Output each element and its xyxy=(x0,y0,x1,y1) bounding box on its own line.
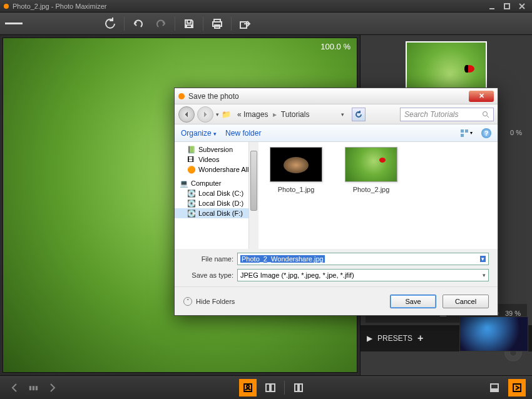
folder-icon: 📁 xyxy=(222,110,231,119)
tree-disk-d[interactable]: 💽Local Disk (D:) xyxy=(175,198,258,208)
svg-line-22 xyxy=(487,116,489,118)
tree-disk-c[interactable]: 💽Local Disk (C:) xyxy=(175,188,258,198)
dropdown-icon[interactable]: ▾ xyxy=(483,272,486,278)
separator xyxy=(231,17,232,31)
hide-folders-toggle[interactable]: ˄ Hide Folders xyxy=(183,297,235,306)
breadcrumb-tutorials[interactable]: Tutorials xyxy=(281,110,310,119)
saveas-select[interactable]: JPEG Image (*.jpg, *.jpeg, *.jpe, *.jfif… xyxy=(237,269,489,281)
disk-icon: 💽 xyxy=(187,210,196,217)
svg-rect-19 xyxy=(492,389,497,391)
zoom-readout: 100.0 % xyxy=(320,42,350,51)
separator xyxy=(284,381,285,395)
close-button[interactable] xyxy=(516,2,528,11)
dialog-nav-bar: ▾ 📁 « Images ▸ Tutorials ▾ Search Tutori… xyxy=(175,104,498,124)
title-bar: Photo_2.jpg - Photo Maximizer xyxy=(0,0,532,13)
folder-icon: 📗 xyxy=(187,146,196,153)
tree-disk-f[interactable]: 💽Local Disk (F:) xyxy=(175,208,258,218)
videos-icon: 🎞 xyxy=(187,156,196,163)
cancel-button[interactable]: Cancel xyxy=(442,295,489,308)
tree-subversion[interactable]: 📗Subversion xyxy=(175,144,258,154)
print-icon[interactable] xyxy=(208,15,226,33)
view-mode-a-button[interactable] xyxy=(486,379,503,396)
dropdown-icon[interactable]: ▾ xyxy=(480,256,486,262)
tree-computer[interactable]: 💻Computer xyxy=(175,178,258,188)
dialog-toolbar: Organize ▾ New folder ▾ ? xyxy=(175,124,498,142)
preset-preview[interactable] xyxy=(459,316,528,351)
svg-point-21 xyxy=(483,111,488,116)
breadcrumb-root[interactable]: « xyxy=(237,110,242,119)
new-folder-button[interactable]: New folder xyxy=(225,129,261,138)
maximize-button[interactable] xyxy=(501,2,513,11)
scrollbar-thumb[interactable] xyxy=(250,151,257,211)
export-icon[interactable] xyxy=(237,15,254,33)
chevron-right-icon: ▶ xyxy=(367,334,372,343)
separator xyxy=(175,17,175,31)
menu-button[interactable] xyxy=(5,15,23,33)
fit-button[interactable] xyxy=(290,379,307,396)
bottom-toolbar: ▮▮▮ xyxy=(0,375,532,399)
window-title: Photo_2.jpg - Photo Maximizer xyxy=(13,3,106,10)
minimize-button[interactable] xyxy=(486,2,498,11)
dialog-button-row: ˄ Hide Folders Save Cancel xyxy=(175,286,498,315)
compare-mode-button[interactable] xyxy=(262,379,279,396)
file-photo-2[interactable]: Photo_2.jpg xyxy=(341,147,401,193)
tree-scrollbar[interactable] xyxy=(248,142,258,249)
main-toolbar xyxy=(0,13,532,35)
svg-rect-9 xyxy=(240,22,247,28)
search-input[interactable]: Search Tutorials xyxy=(400,108,494,121)
svg-rect-15 xyxy=(271,384,275,391)
breadcrumb[interactable]: « Images ▸ Tutorials xyxy=(237,110,309,119)
svg-rect-16 xyxy=(295,384,298,391)
tree-wondershare[interactable]: 🟠Wondershare AllMy xyxy=(175,164,258,174)
separator xyxy=(203,17,203,31)
svg-point-13 xyxy=(247,385,249,388)
dialog-fields: File name: Photo_2_Wondershare.jpg▾ Save… xyxy=(175,249,498,286)
collapse-icon: ˄ xyxy=(183,297,192,306)
tree-videos[interactable]: 🎞Videos xyxy=(175,154,258,164)
svg-rect-23 xyxy=(461,129,464,133)
undo-icon[interactable] xyxy=(130,15,147,33)
folder-tree[interactable]: 📗Subversion 🎞Videos 🟠Wondershare AllMy 💻… xyxy=(175,142,258,221)
saveas-label: Save as type: xyxy=(183,271,233,279)
file-thumbnail xyxy=(270,147,322,182)
redo-icon[interactable] xyxy=(152,15,170,33)
dialog-title: Save the photo xyxy=(188,92,239,101)
plus-icon[interactable]: + xyxy=(417,333,423,344)
view-options-button[interactable]: ▾ xyxy=(460,128,473,139)
prev-image-button[interactable] xyxy=(6,379,24,396)
filename-input[interactable]: Photo_2_Wondershare.jpg▾ xyxy=(237,253,489,265)
nav-forward-button[interactable] xyxy=(197,106,213,123)
view-mode-b-button[interactable] xyxy=(508,379,526,396)
dialog-icon xyxy=(178,93,185,99)
nav-back-button[interactable] xyxy=(178,106,195,123)
next-image-button[interactable] xyxy=(43,379,61,396)
file-label: Photo_1.jpg xyxy=(278,186,315,193)
presets-label: PRESETS xyxy=(377,334,412,343)
disk-icon: 💽 xyxy=(187,189,196,197)
breadcrumb-images[interactable]: Images xyxy=(243,110,268,119)
save-icon[interactable] xyxy=(180,15,198,33)
svg-rect-24 xyxy=(465,129,468,133)
history-dropdown-icon[interactable]: ▾ xyxy=(216,111,219,118)
file-photo-1[interactable]: Photo_1.jpg xyxy=(266,147,326,193)
dialog-title-bar[interactable]: Save the photo ✕ xyxy=(175,88,498,104)
file-pane[interactable]: Photo_1.jpg Photo_2.jpg xyxy=(258,142,498,249)
save-dialog: Save the photo ✕ ▾ 📁 « Images ▸ Tutorial… xyxy=(174,88,498,316)
filename-label: File name: xyxy=(183,255,233,263)
save-button[interactable]: Save xyxy=(390,295,436,308)
help-button[interactable]: ? xyxy=(481,128,491,138)
organize-menu[interactable]: Organize ▾ xyxy=(181,129,217,138)
search-placeholder: Search Tutorials xyxy=(404,110,458,119)
revert-icon[interactable] xyxy=(101,15,119,33)
portrait-mode-button[interactable] xyxy=(239,379,257,396)
ladybug-icon xyxy=(464,65,474,73)
svg-rect-5 xyxy=(187,25,192,28)
app-icon xyxy=(4,4,9,9)
file-label: Photo_2.jpg xyxy=(353,186,390,193)
refresh-button[interactable] xyxy=(352,108,366,121)
path-dropdown-icon[interactable]: ▾ xyxy=(341,111,344,118)
svg-rect-17 xyxy=(299,384,302,391)
chevron-right-icon: ▸ xyxy=(273,110,277,119)
svg-rect-4 xyxy=(187,20,191,23)
dialog-close-button[interactable]: ✕ xyxy=(469,91,494,102)
